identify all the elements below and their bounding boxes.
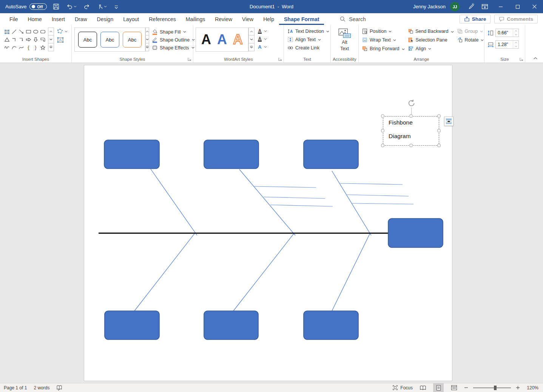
category-box[interactable] <box>204 311 258 340</box>
tab-insert[interactable]: Insert <box>47 13 70 25</box>
focus-mode-button[interactable]: Focus <box>392 385 413 390</box>
oval-shape-button[interactable] <box>32 28 39 35</box>
wordart-dialog-launcher[interactable] <box>278 57 282 61</box>
elbow-connector-shape-button[interactable] <box>11 35 18 43</box>
wordart-scroll-up-button[interactable] <box>248 28 255 35</box>
shape-width-field[interactable] <box>495 40 519 49</box>
tab-help[interactable]: Help <box>258 13 279 25</box>
width-spin-down[interactable] <box>513 45 518 48</box>
selection-handle-nw[interactable] <box>381 114 384 118</box>
selection-pane-button[interactable]: Selection Pane <box>408 37 457 43</box>
wordart-scroll-down-button[interactable] <box>248 35 255 43</box>
rounded-rectangle-shape-button[interactable] <box>39 28 46 35</box>
category-box[interactable] <box>304 140 358 169</box>
scribble-shape-button[interactable] <box>3 43 11 51</box>
create-link-button[interactable]: Create Link <box>287 45 330 51</box>
proofing-check-button[interactable] <box>56 385 62 390</box>
text-fill-button[interactable]: A <box>257 28 267 34</box>
styles-more-button[interactable] <box>145 43 149 51</box>
arrow-shape-button[interactable] <box>18 28 25 35</box>
align-button[interactable]: Align <box>408 46 457 52</box>
tab-layout[interactable]: Layout <box>118 13 144 25</box>
gallery-scroll-down-button[interactable] <box>48 35 54 43</box>
block-arrow-down-shape-button[interactable] <box>32 35 39 43</box>
draw-text-box-button[interactable]: A <box>57 37 68 43</box>
ribbon-display-options-button[interactable] <box>478 0 492 13</box>
text-box-shape-button[interactable]: A <box>3 28 11 35</box>
wordart-style-orange[interactable]: A <box>233 33 243 46</box>
tab-shape-format[interactable]: Shape Format <box>279 13 324 25</box>
rotate-button[interactable]: Rotate <box>457 37 484 43</box>
bone-line[interactable] <box>332 233 370 311</box>
category-box[interactable] <box>304 311 358 340</box>
zoom-slider[interactable] <box>473 383 511 392</box>
height-spin-up[interactable] <box>513 29 518 33</box>
rib-line[interactable] <box>254 186 316 188</box>
zoom-out-button[interactable] <box>464 386 468 390</box>
avatar[interactable]: JJ <box>450 2 460 11</box>
triangle-shape-button[interactable] <box>3 35 11 43</box>
selection-handle-e[interactable] <box>437 129 441 132</box>
text-box-line[interactable]: Diagram <box>389 133 411 140</box>
wordart-more-button[interactable] <box>248 43 255 51</box>
text-box-line[interactable]: Fishbone <box>389 119 413 126</box>
tab-design[interactable]: Design <box>92 13 119 25</box>
styles-scroll-down-button[interactable] <box>145 35 149 43</box>
wordart-style-blue[interactable]: A <box>217 33 227 46</box>
word-count-indicator[interactable]: 2 words <box>34 385 49 390</box>
rib-line[interactable] <box>340 183 403 184</box>
document-canvas[interactable]: Fishbone Diagram <box>0 63 543 383</box>
shape-height-input[interactable] <box>496 30 511 36</box>
shape-style-preview-3[interactable]: Abc <box>123 32 142 48</box>
width-spin-up[interactable] <box>513 41 518 45</box>
align-text-button[interactable]: Align Text <box>287 37 330 43</box>
bone-line[interactable] <box>332 171 371 235</box>
tab-home[interactable]: Home <box>23 13 47 25</box>
autosave-toggle[interactable]: AutoSave Off <box>5 3 47 10</box>
print-layout-button[interactable] <box>433 383 444 392</box>
page-number-indicator[interactable]: Page 1 of 1 <box>4 385 27 390</box>
selection-handle-ne[interactable] <box>437 114 441 118</box>
search-box[interactable]: Search <box>340 13 366 25</box>
rib-line[interactable] <box>347 195 409 196</box>
category-box[interactable] <box>204 140 259 169</box>
touch-mouse-mode-button[interactable] <box>96 3 108 11</box>
line-shape-button[interactable] <box>11 28 18 35</box>
web-layout-button[interactable] <box>449 383 459 392</box>
wordart-style-black[interactable]: A <box>201 33 211 46</box>
collapse-ribbon-button[interactable] <box>533 57 538 60</box>
minimize-button[interactable] <box>492 0 509 13</box>
corner-shape-shape-button[interactable] <box>39 35 46 43</box>
elbow-arrow-connector-shape-button[interactable] <box>18 35 25 43</box>
text-effects-button[interactable]: A <box>257 44 267 50</box>
bone-line[interactable] <box>134 233 195 311</box>
bone-line[interactable] <box>233 233 294 311</box>
alt-text-button[interactable]: Alt Text <box>338 28 351 52</box>
selection-handle-s[interactable] <box>409 144 413 147</box>
zoom-in-button[interactable] <box>516 386 520 390</box>
text-direction-button[interactable]: AText Direction <box>287 28 330 34</box>
rib-line[interactable] <box>352 203 413 204</box>
document-page[interactable]: Fishbone Diagram <box>84 65 452 381</box>
shape-outline-button[interactable]: Shape Outline <box>152 37 195 43</box>
size-dialog-launcher[interactable] <box>520 57 523 61</box>
bone-line[interactable] <box>239 169 295 235</box>
rectangle-shape-button[interactable] <box>25 28 32 35</box>
share-button[interactable]: Share <box>460 15 491 23</box>
left-brace-shape-button[interactable]: { <box>25 43 32 51</box>
shape-width-input[interactable] <box>496 42 511 48</box>
right-brace-shape-button[interactable]: } <box>32 43 39 51</box>
selection-handle-se[interactable] <box>437 144 441 147</box>
tab-file[interactable]: File <box>5 13 23 25</box>
edit-shape-button[interactable] <box>57 28 68 34</box>
tab-mailings[interactable]: Mailings <box>181 13 210 25</box>
rib-line[interactable] <box>264 197 325 198</box>
shape-height-field[interactable] <box>495 29 519 37</box>
curve-shape-button[interactable] <box>18 43 25 51</box>
category-box[interactable] <box>104 140 159 169</box>
shape-style-preview-1[interactable]: Abc <box>78 32 97 48</box>
position-button[interactable]: Position <box>362 28 408 34</box>
gallery-more-button[interactable] <box>48 43 54 51</box>
shape-fill-button[interactable]: Shape Fill <box>152 29 195 35</box>
send-backward-button[interactable]: Send Backward <box>408 28 457 34</box>
